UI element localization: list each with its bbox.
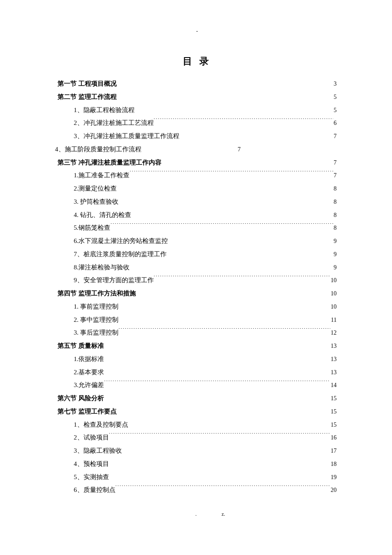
toc-entry: 2. 事中监理控制11 <box>58 313 337 327</box>
leader-dots <box>168 237 333 243</box>
toc-page: 5 <box>333 104 337 117</box>
toc-page: 16 <box>330 432 337 444</box>
toc-page: 9 <box>333 262 337 274</box>
toc-entry: 9、安全管理方面的监理工作10 <box>58 274 337 287</box>
toc-entry: 第七节 监理工作要点15 <box>58 405 337 418</box>
toc-page: 7 <box>237 144 241 156</box>
toc-page: 18 <box>330 458 337 471</box>
page-title: 目 录 <box>58 55 337 68</box>
toc-page: 11 <box>331 314 337 327</box>
toc-entry: 8.灌注桩检验与验收9 <box>58 261 337 274</box>
header-dash: - <box>58 28 337 35</box>
toc-label: 6、质量控制点 <box>74 483 115 497</box>
toc-label: 2、试验项目 <box>74 431 109 444</box>
toc-entry: 1、隐蔽工程检验流程5 <box>58 104 337 117</box>
leader-dots <box>104 394 330 400</box>
leader-dots <box>122 446 331 453</box>
toc-entry: 第六节 风险分析15 <box>58 392 337 405</box>
toc-page: 7 <box>333 157 337 169</box>
toc-label: 1.依据标准 <box>74 353 104 366</box>
leader-dots <box>118 302 330 309</box>
toc-page: 7 <box>333 130 337 143</box>
toc-page: 8 <box>333 209 337 222</box>
leader-dots <box>128 420 331 427</box>
toc-page: 13 <box>330 367 337 379</box>
toc-entry: 1.依据标准13 <box>58 353 337 366</box>
toc-label: 第三节 冲孔灌注桩质量监理工作内容 <box>58 156 161 169</box>
toc-entry: 1.施工准备工作检查7 <box>58 169 337 182</box>
toc-entry: 第五节 质量标准13 <box>58 339 337 353</box>
toc-entry: 5.钢筋笼检查8 <box>58 221 337 234</box>
toc-label: 1.施工准备工作检查 <box>74 169 130 182</box>
leader-dots <box>109 473 331 479</box>
toc-entry: 4. 钻孔、清孔的检查8 <box>58 208 337 222</box>
toc-label: 第七节 监理工作要点 <box>58 405 117 418</box>
toc-page: 8 <box>333 183 337 195</box>
toc-entry: 2.测量定位检查8 <box>58 182 337 195</box>
toc-page: 14 <box>330 379 337 392</box>
table-of-contents: 第一节 工程项目概况3第二节 监理工作流程51、隐蔽工程检验流程52、冲孔灌注桩… <box>58 77 337 497</box>
toc-page: 3 <box>333 78 337 90</box>
leader-dots <box>104 381 330 387</box>
toc-page: 8 <box>333 222 337 234</box>
toc-entry: 第三节 冲孔灌注桩质量监理工作内容7 <box>58 156 337 169</box>
toc-entry: 2、试验项目16 <box>58 431 337 444</box>
toc-label: 第四节 监理工作方法和措施 <box>58 287 136 300</box>
leader-dots <box>110 223 333 230</box>
leader-dots <box>179 132 334 138</box>
toc-entry: 6、质量控制点20 <box>58 483 337 497</box>
leader-dots <box>117 92 333 99</box>
leader-dots <box>154 119 334 125</box>
toc-page: 17 <box>330 445 337 457</box>
toc-label: 2. 事中监理控制 <box>74 313 118 327</box>
leader-dots <box>167 250 334 256</box>
toc-entry: 2.基本要求13 <box>58 366 337 379</box>
toc-label: 2.测量定位检查 <box>74 182 117 195</box>
footer-left: . <box>196 511 197 517</box>
toc-page: 10 <box>330 275 337 287</box>
leader-dots <box>161 158 333 165</box>
toc-label: 5.钢筋笼检查 <box>74 221 110 234</box>
toc-entry: 3、隐蔽工程验收17 <box>58 444 337 457</box>
leader-dots <box>130 171 333 177</box>
toc-page: 19 <box>330 471 337 484</box>
leader-dots <box>118 328 330 335</box>
toc-label: 4. 钻孔、清孔的检查 <box>74 208 131 222</box>
leader-dots <box>141 145 237 151</box>
toc-page: 12 <box>330 327 337 339</box>
toc-label: 4、施工阶段质量控制工作流程 <box>55 143 141 156</box>
leader-dots <box>117 407 330 413</box>
leader-dots <box>109 460 331 466</box>
toc-entry: 3. 护筒检查验收8 <box>58 195 337 208</box>
toc-page: 15 <box>330 393 337 405</box>
toc-label: 9、安全管理方面的监理工作 <box>74 274 154 287</box>
toc-label: 8.灌注桩检验与验收 <box>74 261 130 274</box>
toc-entry: 第一节 工程项目概况3 <box>58 77 337 90</box>
toc-entry: 2、冲孔灌注桩施工工艺流程6 <box>58 116 337 130</box>
page-footer: . z. <box>0 511 392 517</box>
toc-entry: 第二节 监理工作流程5 <box>58 90 337 104</box>
toc-page: 15 <box>330 419 337 431</box>
toc-entry: 第四节 监理工作方法和措施10 <box>58 287 337 300</box>
toc-page: 5 <box>333 91 337 104</box>
leader-dots <box>135 106 334 112</box>
toc-label: 3、隐蔽工程验收 <box>74 444 122 457</box>
leader-dots <box>131 211 333 217</box>
leader-dots <box>104 368 330 374</box>
leader-dots <box>118 315 331 322</box>
toc-label: 7、桩底注浆质量控制的监理工作 <box>74 248 167 261</box>
toc-entry: 6.水下混凝土灌注的旁站检查监控9 <box>58 234 337 248</box>
toc-label: 1、检查及控制要点 <box>74 418 128 431</box>
toc-label: 3. 护筒检查验收 <box>74 195 118 208</box>
toc-page: 10 <box>330 301 337 313</box>
toc-label: 1. 事前监理控制 <box>74 300 118 313</box>
toc-entry: 4、预检项目18 <box>58 457 337 471</box>
toc-page: 8 <box>333 196 337 208</box>
toc-label: 3.允许偏差 <box>74 379 104 392</box>
toc-label: 3. 事后监理控制 <box>74 326 118 339</box>
footer-right: z. <box>222 511 225 517</box>
toc-label: 4、预检项目 <box>74 457 109 471</box>
toc-entry: 1、检查及控制要点15 <box>58 418 337 431</box>
toc-label: 第二节 监理工作流程 <box>58 90 117 104</box>
toc-page: 9 <box>333 235 337 248</box>
